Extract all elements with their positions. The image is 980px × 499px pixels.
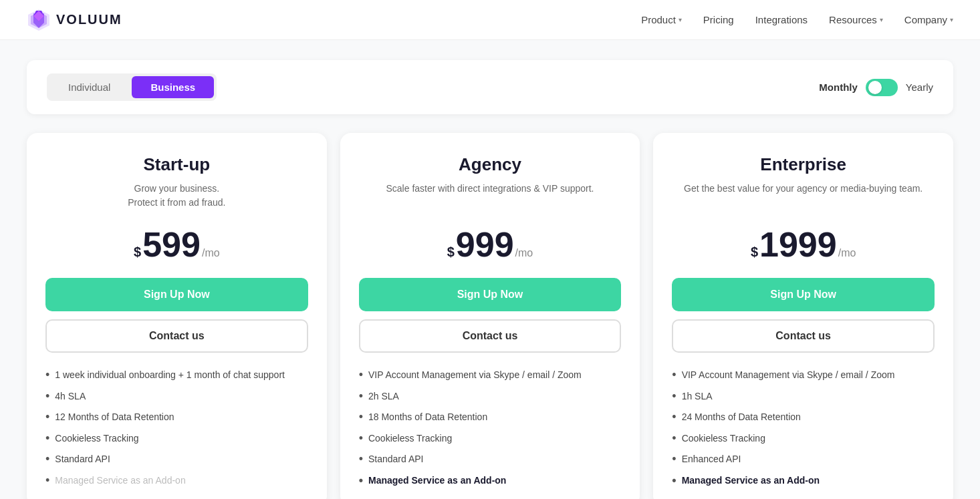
price-area-startup: $ 599 /mo <box>45 227 308 262</box>
price-area-enterprise: $ 1999 /mo <box>672 227 935 262</box>
plan-tabs: Individual Business <box>47 73 217 101</box>
plan-desc-enterprise: Get the best value for your agency or me… <box>672 182 935 214</box>
feature-item: Managed Service as an Add-on <box>672 474 935 488</box>
feature-item: 24 Months of Data Retention <box>672 411 935 424</box>
nav-pricing[interactable]: Pricing <box>703 14 734 25</box>
feature-item: 18 Months of Data Retention <box>359 411 622 424</box>
monthly-label: Monthly <box>819 81 858 93</box>
feature-item: Cookieless Tracking <box>45 432 308 446</box>
feature-item: VIP Account Management via Skype / email… <box>672 369 935 382</box>
logo[interactable]: VOLUUM <box>27 8 122 32</box>
toggle-knob <box>868 81 882 94</box>
features-list-startup: 1 week individual onboarding + 1 month o… <box>45 369 308 488</box>
price-amount: 999 <box>456 227 514 262</box>
feature-item: VIP Account Management via Skype / email… <box>359 369 622 382</box>
price-amount: 1999 <box>759 227 837 262</box>
feature-item: Standard API <box>359 453 622 466</box>
price-period: /mo <box>202 247 220 259</box>
feature-item: Managed Service as an Add-on <box>45 474 308 488</box>
plan-name-agency: Agency <box>359 154 622 175</box>
pricing-grid: Start-up Grow your business.Protect it f… <box>27 133 953 499</box>
price-area-agency: $ 999 /mo <box>359 227 622 262</box>
signup-button-startup[interactable]: Sign Up Now <box>45 278 308 311</box>
pricing-card-agency: Agency Scale faster with direct integrat… <box>340 133 640 499</box>
chevron-down-icon: ▾ <box>880 16 883 23</box>
plan-name-startup: Start-up <box>45 154 308 175</box>
logo-text: VOLUUM <box>56 12 122 27</box>
feature-item: Cookieless Tracking <box>672 432 935 446</box>
price-period: /mo <box>515 247 533 259</box>
nav-company[interactable]: Company ▾ <box>904 14 953 25</box>
features-list-agency: VIP Account Management via Skype / email… <box>359 369 622 488</box>
feature-item: Standard API <box>45 453 308 466</box>
feature-item: 2h SLA <box>359 390 622 403</box>
signup-button-agency[interactable]: Sign Up Now <box>359 278 622 311</box>
pricing-card-enterprise: Enterprise Get the best value for your a… <box>653 133 953 499</box>
nav-resources[interactable]: Resources ▾ <box>829 14 883 25</box>
main-content: Individual Business Monthly Yearly Start… <box>0 40 980 499</box>
contact-button-enterprise[interactable]: Contact us <box>672 319 935 353</box>
contact-button-startup[interactable]: Contact us <box>45 319 308 353</box>
plan-name-enterprise: Enterprise <box>672 154 935 175</box>
billing-switch[interactable] <box>866 79 898 96</box>
header: VOLUUM Product ▾ Pricing Integrations Re… <box>0 0 980 40</box>
tab-individual[interactable]: Individual <box>49 76 129 98</box>
feature-item: 4h SLA <box>45 390 308 403</box>
nav-integrations[interactable]: Integrations <box>755 14 808 25</box>
chevron-down-icon: ▾ <box>679 16 682 23</box>
main-nav: Product ▾ Pricing Integrations Resources… <box>641 14 953 25</box>
nav-product[interactable]: Product ▾ <box>641 14 682 25</box>
contact-button-agency[interactable]: Contact us <box>359 319 622 353</box>
features-list-enterprise: VIP Account Management via Skype / email… <box>672 369 935 488</box>
feature-item: 1h SLA <box>672 390 935 403</box>
feature-item: Managed Service as an Add-on <box>359 474 622 488</box>
price-dollar: $ <box>134 244 141 260</box>
signup-button-enterprise[interactable]: Sign Up Now <box>672 278 935 311</box>
feature-item: Cookieless Tracking <box>359 432 622 446</box>
price-dollar: $ <box>751 244 758 260</box>
pricing-card-startup: Start-up Grow your business.Protect it f… <box>27 133 327 499</box>
price-dollar: $ <box>447 244 455 260</box>
billing-toggle: Monthly Yearly <box>819 79 933 96</box>
price-period: /mo <box>838 247 856 259</box>
feature-item: 1 week individual onboarding + 1 month o… <box>45 369 308 382</box>
feature-item: 12 Months of Data Retention <box>45 411 308 424</box>
chevron-down-icon: ▾ <box>950 16 953 23</box>
price-amount: 599 <box>142 227 201 262</box>
toggle-bar: Individual Business Monthly Yearly <box>27 60 953 114</box>
yearly-label: Yearly <box>906 81 933 93</box>
plan-desc-agency: Scale faster with direct integrations & … <box>359 182 622 214</box>
logo-icon <box>27 8 51 32</box>
feature-item: Enhanced API <box>672 453 935 466</box>
plan-desc-startup: Grow your business.Protect it from ad fr… <box>45 182 308 214</box>
tab-business[interactable]: Business <box>132 76 214 98</box>
